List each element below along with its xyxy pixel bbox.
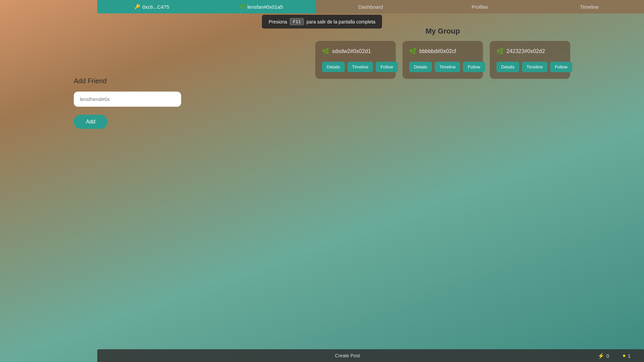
bottom-stats: ⚡ 0 ● 1 [598,353,644,359]
add-friend-button[interactable]: Add [74,115,107,129]
coin-stat: ● 1 [623,353,631,359]
tooltip-text-before: Presiona [269,19,287,24]
nav-wallet-label: 0xc6...C475 [142,4,169,10]
coin-count: 1 [628,353,631,359]
coin-icon: ● [623,353,626,359]
nav-profiles[interactable]: Profiles [425,0,535,13]
nav-wallet[interactable]: 🔑 0xc6...C475 [97,0,207,13]
card-3-timeline-button[interactable]: Timeline [522,62,548,72]
card-3-actions: Details Timeline Follow [496,62,564,72]
friend-input[interactable] [74,92,181,107]
nav-timeline-label: Timeline [580,4,599,10]
wallet-icon: 🔑 [135,4,140,9]
card-2-follow-button[interactable]: Follow [463,62,485,72]
create-post-button[interactable]: Create Post [97,353,598,358]
nav-profiles-label: Profiles [472,4,488,10]
bottom-bar: Create Post ⚡ 0 ● 1 [97,349,644,362]
tooltip-text-after: para salir de la pantalla completa [307,19,375,24]
nav-dashboard[interactable]: Dashboard [316,0,425,13]
card-3-follow-button[interactable]: Follow [550,62,572,72]
add-friend-title: Add Friend [74,77,181,85]
group-card-1: 🌿 sdsdw2#0x02d1 Details Timeline Follow [315,41,396,79]
nav-dashboard-label: Dashboard [358,4,383,10]
my-group-section: My Group 🌿 sdsdw2#0x02d1 Details Timelin… [241,20,644,86]
lightning-count: 0 [606,353,609,359]
group-cards: 🌿 sdsdw2#0x02d1 Details Timeline Follow … [248,41,637,79]
card-3-username: 🌿 242323#0x02d2 [496,48,564,55]
card-1-username: 🌿 sdsdw2#0x02d1 [322,48,389,55]
card-1-timeline-button[interactable]: Timeline [347,62,373,72]
lens-icon: 🌿 [240,4,246,9]
nav-timeline[interactable]: Timeline [535,0,644,13]
card-2-username: 🌿 bbbbbd#0x02cf [409,48,476,55]
group-card-3: 🌿 242323#0x02d2 Details Timeline Follow [490,41,570,79]
lightning-stat: ⚡ 0 [598,353,609,359]
card-1-details-button[interactable]: Details [322,62,345,72]
card-1-actions: Details Timeline Follow [322,62,389,72]
leaf-icon-2: 🌿 [409,48,417,55]
add-friend-section: Add Friend Add [74,77,181,129]
card-3-details-button[interactable]: Details [496,62,519,72]
group-card-2: 🌿 bbbbbd#0x02cf Details Timeline Follow [402,41,483,79]
card-2-actions: Details Timeline Follow [409,62,476,72]
leaf-icon-3: 🌿 [496,48,504,55]
card-1-follow-button[interactable]: Follow [376,62,398,72]
lightning-icon: ⚡ [598,353,604,359]
leaf-icon-1: 🌿 [322,48,329,55]
top-nav: 🔑 0xc6...C475 🌿 lensfan#0x01a5 Dashboard… [97,0,644,13]
card-2-timeline-button[interactable]: Timeline [435,62,461,72]
tooltip-key: F11 [290,18,304,25]
fullscreen-tooltip: Presiona F11 para salir de la pantalla c… [262,15,382,29]
nav-lens[interactable]: 🌿 lensfan#0x01a5 [207,0,316,13]
card-2-details-button[interactable]: Details [409,62,432,72]
nav-lens-label: lensfan#0x01a5 [248,4,283,10]
